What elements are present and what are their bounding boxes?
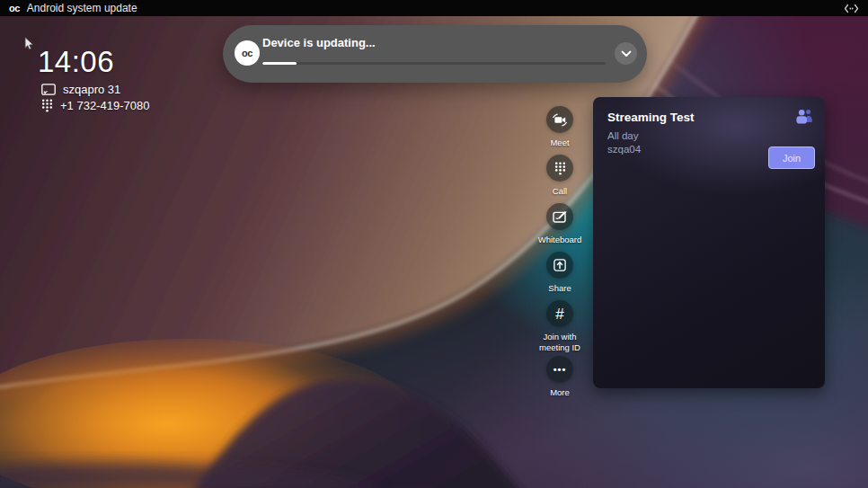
- whiteboard-button-circle: [546, 203, 573, 230]
- join-with-meeting-id-circle: #: [546, 300, 573, 327]
- whiteboard-icon: [553, 210, 568, 224]
- meeting-time: All day: [607, 130, 639, 141]
- ellipsis-icon: •••: [554, 365, 567, 375]
- video-camera-icon: [552, 113, 568, 127]
- join-with-meeting-id-button[interactable]: # Join with meeting ID: [533, 300, 587, 353]
- oc-logo-text: oc: [242, 48, 252, 58]
- meeting-organizer: szqa04: [607, 144, 641, 155]
- more-button[interactable]: ••• More: [533, 356, 587, 398]
- cast-icon: [41, 84, 56, 95]
- oc-logo: oc: [9, 3, 20, 13]
- whiteboard-button[interactable]: Whiteboard: [533, 203, 587, 245]
- status-bar-title: Android system update: [27, 2, 137, 14]
- teams-icon: [795, 108, 813, 124]
- update-banner: oc Device is updating...: [223, 25, 647, 83]
- meet-button-circle: [546, 106, 573, 133]
- clock: 14:06: [38, 45, 114, 79]
- collapse-banner-button[interactable]: [615, 42, 637, 65]
- meet-button[interactable]: Meet: [533, 106, 587, 148]
- extend-display-icon[interactable]: [844, 4, 859, 13]
- join-with-meeting-id-label: Join with meeting ID: [534, 332, 586, 353]
- call-button-circle: [546, 155, 573, 182]
- join-meeting-button[interactable]: Join: [768, 146, 815, 169]
- update-progress-fill: [262, 62, 297, 65]
- update-banner-title: Device is updating...: [262, 36, 376, 49]
- device-name: szqapro 31: [63, 83, 120, 96]
- dialpad-icon: [554, 162, 566, 175]
- dialpad-icon: [41, 99, 53, 112]
- call-button[interactable]: Call: [533, 155, 587, 197]
- more-label: More: [550, 387, 570, 398]
- share-upload-icon: [554, 259, 566, 271]
- whiteboard-label: Whiteboard: [538, 235, 582, 245]
- share-button[interactable]: Share: [533, 252, 587, 294]
- more-button-circle: •••: [546, 356, 573, 383]
- status-bar: oc Android system update: [0, 0, 868, 16]
- mouse-cursor: [24, 37, 35, 51]
- update-progress-bar: [262, 62, 606, 65]
- share-label: Share: [548, 283, 571, 294]
- chevron-down-icon: [621, 50, 632, 58]
- device-name-row: szqapro 31: [41, 83, 120, 96]
- meet-label: Meet: [550, 138, 569, 148]
- hash-icon: #: [555, 306, 563, 322]
- teams-rooms-home-screen: oc Android system update oc Device is up…: [0, 0, 868, 488]
- oc-logo-badge: oc: [235, 40, 260, 66]
- call-label: Call: [553, 186, 567, 197]
- meeting-title: Streaming Test: [607, 111, 695, 124]
- device-phone: +1 732-419-7080: [60, 99, 149, 112]
- device-phone-row: +1 732-419-7080: [41, 99, 149, 112]
- share-button-circle: [546, 252, 573, 279]
- meeting-card: Streaming Test All day szqa04 Join: [593, 97, 825, 388]
